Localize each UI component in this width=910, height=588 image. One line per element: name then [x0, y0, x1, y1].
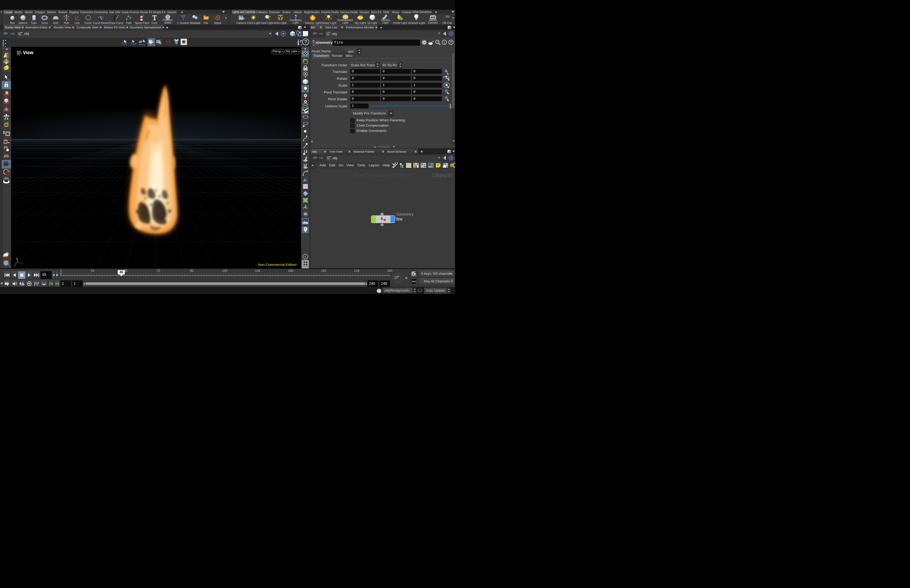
- svg-text:192: 192: [321, 269, 326, 273]
- svg-text:240: 240: [387, 269, 392, 273]
- svg-text:12: 12: [303, 163, 307, 167]
- svg-text:120: 120: [222, 269, 227, 273]
- svg-text:y: y: [16, 257, 18, 260]
- svg-text:z: z: [14, 264, 16, 267]
- svg-text:96: 96: [190, 269, 194, 273]
- svg-text:24: 24: [91, 269, 95, 273]
- svg-text:216: 216: [354, 269, 359, 273]
- svg-text:22x: 22x: [5, 178, 8, 179]
- svg-text:i: i: [305, 255, 306, 259]
- svg-text:12: 12: [304, 150, 307, 153]
- svg-text:144: 144: [255, 269, 260, 273]
- svg-text:168: 168: [288, 269, 293, 273]
- svg-text:x: x: [21, 262, 23, 265]
- svg-text:72: 72: [157, 269, 160, 273]
